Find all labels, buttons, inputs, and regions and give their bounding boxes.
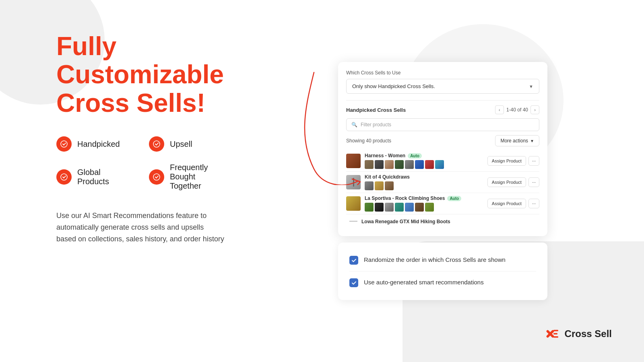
svg-point-3 xyxy=(153,174,160,180)
svg-point-1 xyxy=(153,141,160,147)
search-placeholder: Filter products xyxy=(361,122,391,128)
logo-area: Cross Sell xyxy=(544,326,612,342)
product-actions-1: Assign Product ··· xyxy=(487,177,539,187)
main-title: Fully Customizable Cross Sells! xyxy=(56,32,225,117)
product-img-2-3 xyxy=(395,203,404,212)
product-name-1: Kit of 4 Quickdraws xyxy=(365,174,410,180)
handpicked-icon xyxy=(56,136,72,152)
right-panel: Which Cross Sells to Use Only show Handp… xyxy=(250,0,644,362)
product-img-2-4 xyxy=(405,203,414,212)
checkbox-randomize[interactable] xyxy=(349,256,358,265)
global-icon xyxy=(56,169,72,185)
product-dash-3 xyxy=(349,221,357,222)
logo-text: Cross Sell xyxy=(565,328,612,339)
product-item-3: Lowa Renegade GTX Mid Hiking Boots xyxy=(346,214,539,228)
feature-item-global: Global Products xyxy=(56,163,133,191)
pagination-next-btn[interactable]: › xyxy=(530,105,539,114)
auto-badge-0: Auto xyxy=(408,153,422,158)
feature-label-upsell: Upsell xyxy=(170,140,192,149)
product-img-1-1 xyxy=(375,181,384,190)
product-img-1-0 xyxy=(365,181,374,190)
product-img-1-2 xyxy=(385,181,394,190)
product-name-row-2: La Sportiva - Rock Climbing Shoes Auto xyxy=(365,195,483,201)
frequently-icon xyxy=(149,169,164,185)
checkbox-row-0: Randomize the order in which Cross Sells… xyxy=(349,252,536,268)
product-thumb-2 xyxy=(346,196,361,211)
more-actions-label: More actions xyxy=(500,138,528,144)
product-item-0: Harness - Women Auto As xyxy=(346,150,539,172)
product-images-0 xyxy=(365,160,483,169)
checkbox-row-1: Use auto-generated smart recommendations xyxy=(349,271,536,290)
search-icon: 🔍 xyxy=(351,122,357,128)
assign-product-btn-1[interactable]: Assign Product xyxy=(487,177,526,187)
ui-card: Which Cross Sells to Use Only show Handp… xyxy=(338,62,547,236)
checkbox-card: Randomize the order in which Cross Sells… xyxy=(338,243,547,300)
cross-sells-select[interactable]: Only show Handpicked Cross Sells. ▼ xyxy=(346,79,539,94)
product-images-1 xyxy=(365,181,483,190)
more-actions-chevron-icon: ▼ xyxy=(530,139,534,143)
feature-item-frequently: FrequentlyBought Together xyxy=(149,163,225,191)
search-bar[interactable]: 🔍 Filter products xyxy=(346,118,539,131)
product-img-0-1 xyxy=(375,160,384,169)
product-thumb-1 xyxy=(346,175,361,189)
product-img-0-7 xyxy=(435,160,444,169)
product-img-2-1 xyxy=(375,203,384,212)
feature-label-frequently: FrequentlyBought Together xyxy=(170,163,225,191)
product-img-0-3 xyxy=(395,160,404,169)
checkbox-smart-rec[interactable] xyxy=(349,278,358,287)
feature-item-upsell: Upsell xyxy=(149,136,225,152)
product-name-row-0: Harness - Women Auto xyxy=(365,153,483,158)
product-item-2: La Sportiva - Rock Climbing Shoes Auto xyxy=(346,193,539,214)
product-img-2-2 xyxy=(385,203,394,212)
showing-label: Showing 40 products xyxy=(346,138,391,144)
product-info-1: Kit of 4 Quickdraws xyxy=(365,174,483,190)
product-img-0-6 xyxy=(425,160,434,169)
svg-rect-7 xyxy=(553,333,557,335)
checkbox-label-randomize: Randomize the order in which Cross Sells… xyxy=(364,255,506,264)
auto-badge-2: Auto xyxy=(447,196,461,201)
product-thumb-0 xyxy=(346,154,361,168)
feature-label-handpicked: Handpicked xyxy=(77,140,120,149)
product-img-0-5 xyxy=(415,160,424,169)
left-panel: Fully Customizable Cross Sells! Handpick… xyxy=(0,0,250,362)
checkbox-label-smart-rec: Use auto-generated smart recommendations xyxy=(364,278,484,286)
product-more-btn-1[interactable]: ··· xyxy=(528,177,539,187)
product-images-2 xyxy=(365,203,483,212)
product-img-2-6 xyxy=(425,203,434,212)
assign-product-btn-2[interactable]: Assign Product xyxy=(487,199,526,208)
product-item-1: Kit of 4 Quickdraws Assign Product ··· xyxy=(346,172,539,193)
features-grid: Handpicked Upsell Global xyxy=(56,136,225,191)
more-actions-button[interactable]: More actions ▼ xyxy=(495,135,539,146)
product-img-2-5 xyxy=(415,203,424,212)
handpicked-header: Handpicked Cross Sells ‹ 1-40 of 40 › xyxy=(346,105,539,114)
product-name-2: La Sportiva - Rock Climbing Shoes xyxy=(365,195,445,201)
products-row-header: Showing 40 products More actions ▼ xyxy=(346,135,539,146)
product-actions-0: Assign Product ··· xyxy=(487,156,539,166)
svg-rect-8 xyxy=(553,336,558,338)
assign-product-btn-0[interactable]: Assign Product xyxy=(487,156,526,166)
description-text: Use our AI Smart Recommendations feature… xyxy=(56,210,225,245)
pagination-prev-btn[interactable]: ‹ xyxy=(495,105,504,114)
cross-sell-logo-icon xyxy=(544,326,560,342)
section-label: Which Cross Sells to Use xyxy=(346,70,539,76)
upsell-icon xyxy=(149,136,164,152)
feature-label-global: Global Products xyxy=(77,168,133,186)
select-chevron-icon: ▼ xyxy=(529,84,533,89)
svg-point-2 xyxy=(61,174,67,180)
product-name-3: Lowa Renegade GTX Mid Hiking Boots xyxy=(361,219,450,224)
svg-point-0 xyxy=(61,141,67,147)
product-img-2-0 xyxy=(365,203,374,212)
product-more-btn-2[interactable]: ··· xyxy=(528,199,539,208)
product-img-0-4 xyxy=(405,160,414,169)
product-info-2: La Sportiva - Rock Climbing Shoes Auto xyxy=(365,195,483,212)
svg-rect-6 xyxy=(553,330,558,331)
pagination: ‹ 1-40 of 40 › xyxy=(495,105,539,114)
product-info-0: Harness - Women Auto xyxy=(365,153,483,169)
product-name-row-1: Kit of 4 Quickdraws xyxy=(365,174,483,180)
handpicked-label: Handpicked Cross Sells xyxy=(346,107,406,113)
feature-item-handpicked: Handpicked xyxy=(56,136,133,152)
product-info-3: Lowa Renegade GTX Mid Hiking Boots xyxy=(361,218,539,225)
select-value: Only show Handpicked Cross Sells. xyxy=(352,83,435,89)
product-img-0-0 xyxy=(365,160,374,169)
product-more-btn-0[interactable]: ··· xyxy=(528,156,539,166)
